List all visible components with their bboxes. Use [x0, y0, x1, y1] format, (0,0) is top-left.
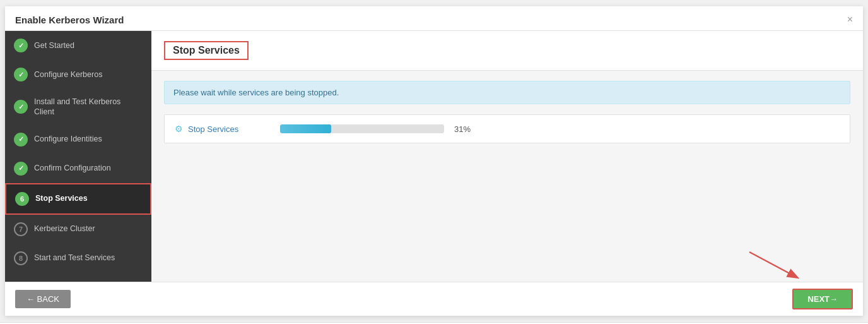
sidebar-step-icon-1: ✓: [14, 39, 28, 52]
step-header: Stop Services: [151, 31, 863, 71]
sidebar-item-configure-kerberos[interactable]: ✓ Configure Kerberos: [5, 60, 151, 89]
sidebar-item-label-8: Start and Test Services: [34, 253, 115, 263]
back-button[interactable]: ← BACK: [15, 290, 71, 308]
step-title: Stop Services: [164, 41, 249, 60]
service-name: Stop Services: [188, 124, 257, 134]
wizard-body: ✓ Get Started ✓ Configure Kerberos ✓ Ins…: [5, 31, 863, 282]
next-button[interactable]: NEXT→: [792, 289, 853, 309]
progress-bar-fill: [280, 124, 331, 133]
sidebar-item-label-2: Configure Kerberos: [34, 69, 102, 80]
sidebar-item-label-4: Configure Identities: [34, 134, 102, 144]
service-row: ⚙ Stop Services 31%: [164, 114, 850, 143]
sidebar-item-stop-services[interactable]: 6 Stop Services: [5, 183, 151, 215]
sidebar-item-label-6: Stop Services: [35, 193, 88, 203]
gear-icon: ⚙: [175, 124, 183, 134]
sidebar-step-icon-3: ✓: [14, 100, 28, 114]
sidebar-step-icon-2: ✓: [14, 68, 28, 81]
sidebar-item-configure-identities[interactable]: ✓ Configure Identities: [5, 125, 151, 154]
sidebar-step-icon-7: 7: [14, 222, 28, 236]
sidebar-item-label-7: Kerberize Cluster: [34, 224, 95, 234]
sidebar: ✓ Get Started ✓ Configure Kerberos ✓ Ins…: [5, 31, 151, 282]
step-body: Please wait while services are being sto…: [151, 71, 863, 282]
main-content: Stop Services Please wait while services…: [151, 31, 863, 282]
close-icon[interactable]: ×: [847, 14, 853, 25]
sidebar-item-label-3: Install and Test Kerberos Client: [34, 97, 143, 117]
sidebar-item-get-started[interactable]: ✓ Get Started: [5, 31, 151, 60]
progress-percent: 31%: [454, 124, 477, 134]
info-banner: Please wait while services are being sto…: [164, 81, 850, 104]
wizard-title: Enable Kerberos Wizard: [15, 15, 124, 25]
sidebar-step-icon-8: 8: [14, 251, 28, 265]
sidebar-item-start-test-services[interactable]: 8 Start and Test Services: [5, 244, 151, 273]
sidebar-item-kerberize-cluster[interactable]: 7 Kerberize Cluster: [5, 215, 151, 244]
sidebar-step-icon-4: ✓: [14, 133, 28, 147]
sidebar-item-label-1: Get Started: [34, 40, 74, 51]
wizard-container: Enable Kerberos Wizard × ✓ Get Started ✓…: [5, 6, 863, 316]
wizard-header: Enable Kerberos Wizard ×: [5, 6, 863, 31]
info-message: Please wait while services are being sto…: [173, 88, 339, 97]
sidebar-item-label-5: Confirm Configuration: [34, 163, 111, 173]
sidebar-step-icon-6: 6: [15, 192, 29, 206]
sidebar-step-icon-5: ✓: [14, 162, 28, 176]
sidebar-item-confirm-configuration[interactable]: ✓ Confirm Configuration: [5, 154, 151, 183]
sidebar-item-install-test[interactable]: ✓ Install and Test Kerberos Client: [5, 89, 151, 125]
wizard-footer: ← BACK NEXT→: [5, 282, 863, 316]
progress-bar-container: [280, 124, 444, 133]
